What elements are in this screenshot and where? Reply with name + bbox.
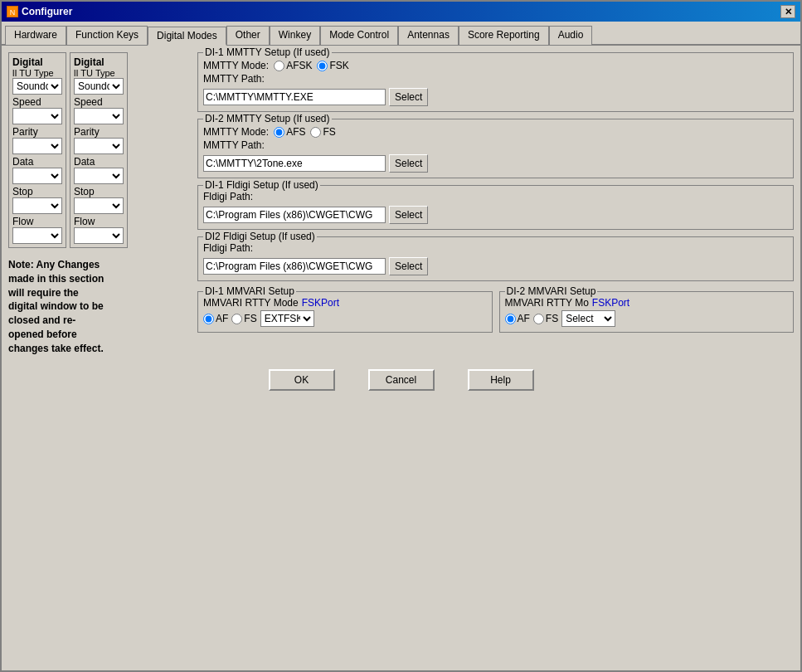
parity-select-2[interactable] bbox=[74, 138, 124, 154]
tab-hardware[interactable]: Hardware bbox=[5, 26, 66, 45]
footer: OK Cancel Help bbox=[8, 356, 794, 404]
digital-label-1: Digital bbox=[12, 56, 62, 68]
di1-mmvari-af-text: AF bbox=[216, 313, 228, 324]
di1-mmtty-section: DI-1 MMTTY Setup (If used) MMTTY Mode: A… bbox=[197, 52, 794, 112]
app-icon: N bbox=[7, 6, 18, 17]
mmvari-row: DI-1 MMVARI Setup MMVARI RTTY Mode FSKPo… bbox=[197, 291, 794, 333]
di1-mmvari-mode-row: MMVARI RTTY Mode FSKPort bbox=[203, 297, 487, 309]
di1-fldigi-section: DI-1 Fldigi Setup (If used) Fldigi Path:… bbox=[197, 185, 794, 230]
di2-mmvari-title: DI-2 MMVARI Setup bbox=[505, 285, 598, 297]
tab-winkey[interactable]: Winkey bbox=[270, 26, 320, 45]
digital-label-2: Digital bbox=[74, 56, 124, 68]
data-select-1[interactable] bbox=[12, 168, 62, 184]
tab-audio[interactable]: Audio bbox=[549, 26, 593, 45]
di2-mmvari-fs-radio[interactable] bbox=[533, 314, 544, 324]
di2-fldigi-path-label: Fldigi Path: bbox=[203, 242, 788, 254]
di1-mmvari-af-label[interactable]: AF bbox=[203, 313, 228, 324]
di2-mmvari-af-text: AF bbox=[518, 313, 530, 324]
dtu-groups: Digital lI TU Type Soundca EXTFSK Speed … bbox=[8, 52, 191, 248]
di1-path-row: Select bbox=[203, 88, 788, 106]
stop-select-1[interactable] bbox=[12, 197, 62, 214]
di1-mmvari-af-radio[interactable] bbox=[203, 314, 214, 324]
di2-fs-text: FS bbox=[323, 126, 335, 138]
stop-label-1: Stop bbox=[12, 186, 62, 197]
di2-select-button[interactable]: Select bbox=[389, 154, 428, 173]
di1-mmvari-fs-text: FS bbox=[244, 313, 256, 324]
di2-mmvari-section: DI-2 MMVARI Setup MMVARI RTTY Mo FSKPort… bbox=[499, 291, 795, 333]
di1-mmvari-section: DI-1 MMVARI Setup MMVARI RTTY Mode FSKPo… bbox=[197, 291, 493, 333]
tab-antennas[interactable]: Antennas bbox=[398, 26, 459, 45]
dtu-sublabel-1: lI TU Type bbox=[12, 68, 62, 78]
parity-label-1: Parity bbox=[12, 126, 62, 138]
flow-select-2[interactable] bbox=[74, 227, 124, 244]
di2-fldigi-select-button[interactable]: Select bbox=[389, 257, 428, 275]
ok-button[interactable]: OK bbox=[269, 369, 335, 391]
data-label-1: Data bbox=[12, 156, 62, 168]
di2-fs-label[interactable]: FS bbox=[310, 126, 335, 138]
help-button[interactable]: Help bbox=[468, 369, 534, 391]
di1-extfsk-select[interactable]: EXTFSK bbox=[260, 310, 314, 327]
speed-select-1[interactable] bbox=[12, 108, 62, 124]
title-bar-left: N Configurer bbox=[7, 6, 72, 17]
close-button[interactable]: ✕ bbox=[780, 5, 795, 18]
di2-mmvari-af-label[interactable]: AF bbox=[505, 313, 530, 324]
parity-label-2: Parity bbox=[74, 126, 124, 138]
tab-mode-control[interactable]: Mode Control bbox=[320, 26, 398, 45]
di2-mmtty-section: DI-2 MMTTY Setup (If used) MMTTY Mode: A… bbox=[197, 119, 794, 178]
di2-afs-label[interactable]: AFS bbox=[274, 126, 305, 138]
data-label-2: Data bbox=[74, 156, 124, 168]
tab-digital-modes[interactable]: Digital Modes bbox=[148, 27, 226, 46]
di1-fldigi-path-input[interactable] bbox=[203, 207, 386, 223]
dtu-type-select-1[interactable]: Soundca EXTFSK bbox=[12, 78, 62, 95]
di2-mmvari-af-radio[interactable] bbox=[505, 314, 516, 324]
tab-score-reporting[interactable]: Score Reporting bbox=[459, 26, 549, 45]
tabs-bar: Hardware Function Keys Digital Modes Oth… bbox=[2, 22, 800, 46]
stop-select-2[interactable] bbox=[74, 197, 124, 214]
di2-path-label: MMTTY Path: bbox=[203, 139, 788, 151]
di1-fsk-label[interactable]: FSK bbox=[317, 60, 348, 71]
di1-mode-row: MMTTY Mode: AFSK FSK bbox=[203, 60, 788, 71]
di1-fsk-radio[interactable] bbox=[317, 61, 328, 71]
dtu-column-1: Digital lI TU Type Soundca EXTFSK Speed … bbox=[8, 52, 66, 248]
di2-select-dropdown[interactable]: Select bbox=[561, 310, 615, 327]
di1-afsk-radio[interactable] bbox=[274, 61, 284, 71]
di1-mmvari-fs-label[interactable]: FS bbox=[231, 313, 256, 324]
parity-select-1[interactable] bbox=[12, 138, 62, 154]
tab-function-keys[interactable]: Function Keys bbox=[66, 26, 148, 45]
data-select-2[interactable] bbox=[74, 168, 124, 184]
dtu-type-select-2[interactable]: Soundca EXTFSK bbox=[74, 78, 124, 95]
di1-fsk-text: FSK bbox=[329, 60, 348, 71]
speed-label-1: Speed bbox=[12, 96, 62, 108]
di1-fldigi-path-row: Select bbox=[203, 206, 788, 224]
di2-mmvari-controls: AF FS Select bbox=[505, 310, 789, 327]
note-text: Note: Any Changes made in this section w… bbox=[8, 258, 108, 356]
di2-mode-label: MMTTY Mode: bbox=[203, 126, 269, 138]
di2-path-row: Select bbox=[203, 154, 788, 173]
left-panel: Digital lI TU Type Soundca EXTFSK Speed … bbox=[8, 52, 191, 356]
di2-fldigi-path-input[interactable] bbox=[203, 258, 386, 275]
di1-mmtty-title: DI-1 MMTTY Setup (If used) bbox=[203, 46, 332, 58]
di2-fs-radio[interactable] bbox=[310, 127, 321, 138]
di1-select-button[interactable]: Select bbox=[389, 88, 428, 106]
di1-mmvari-controls: AF FS EXTFSK bbox=[203, 310, 487, 327]
di1-mode-label: MMTTY Mode: bbox=[203, 60, 269, 71]
di2-mmvari-fs-label[interactable]: FS bbox=[533, 313, 558, 324]
di1-fldigi-select-button[interactable]: Select bbox=[389, 206, 428, 224]
main-panel: Digital lI TU Type Soundca EXTFSK Speed … bbox=[8, 52, 794, 356]
di2-afs-text: AFS bbox=[286, 126, 305, 138]
flow-label-1: Flow bbox=[12, 216, 62, 227]
di2-afs-radio[interactable] bbox=[274, 127, 284, 138]
speed-select-2[interactable] bbox=[74, 108, 124, 124]
di1-rtty-mode-label: MMVARI RTTY Mode bbox=[203, 297, 299, 309]
di2-rtty-mo-label: MMVARI RTTY Mo bbox=[505, 297, 589, 309]
di1-mmvari-fs-radio[interactable] bbox=[231, 314, 242, 324]
tab-other[interactable]: Other bbox=[226, 26, 270, 45]
window-title: Configurer bbox=[22, 6, 72, 17]
di2-fsk-port-label: FSKPort bbox=[592, 297, 629, 309]
cancel-button[interactable]: Cancel bbox=[368, 369, 435, 391]
di1-afsk-label[interactable]: AFSK bbox=[274, 60, 312, 71]
flow-label-2: Flow bbox=[74, 216, 124, 227]
di2-path-input[interactable] bbox=[203, 155, 386, 172]
flow-select-1[interactable] bbox=[12, 227, 62, 244]
di1-path-input[interactable] bbox=[203, 89, 386, 105]
